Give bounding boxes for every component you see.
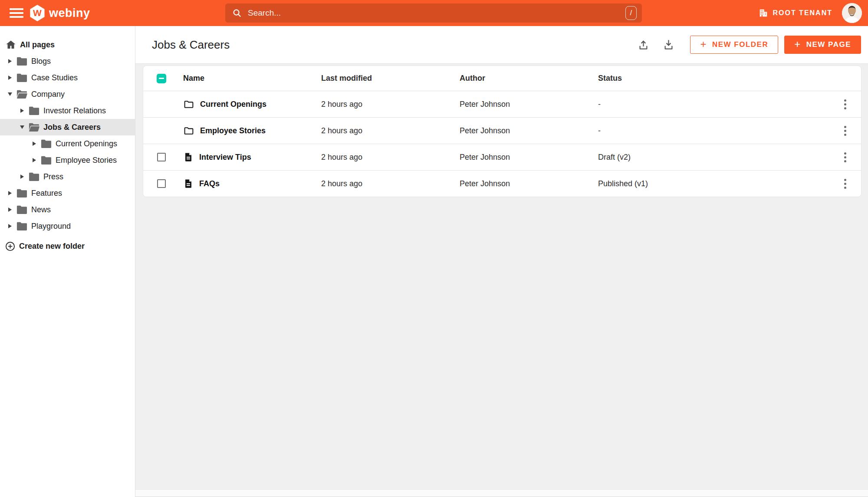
folder-icon xyxy=(16,188,28,198)
sidebar-item-news[interactable]: News xyxy=(0,201,135,218)
row-name: FAQs xyxy=(199,179,220,188)
sidebar-item-playground[interactable]: Playground xyxy=(0,218,135,234)
chevron-right-icon[interactable] xyxy=(7,59,13,63)
content-body: NameLast modifiedAuthorStatus Current Op… xyxy=(135,64,868,489)
table-row-faqs[interactable]: FAQs2 hours agoPeter JohnsonPublished (v… xyxy=(143,170,861,197)
sidebar-item-case-studies[interactable]: Case Studies xyxy=(0,69,135,86)
plus-icon: + xyxy=(794,39,801,49)
import-pages-button[interactable] xyxy=(659,35,678,54)
page-icon xyxy=(183,178,194,189)
row-last-modified: 2 hours ago xyxy=(321,179,460,188)
chevron-right-icon[interactable] xyxy=(7,76,13,80)
chevron-down-icon[interactable] xyxy=(7,92,13,96)
sidebar-item-label: News xyxy=(31,205,51,214)
table-header-row: NameLast modifiedAuthorStatus xyxy=(143,66,861,91)
pages-table: NameLast modifiedAuthorStatus Current Op… xyxy=(143,66,861,197)
page-title: Jobs & Careers xyxy=(152,38,230,52)
folder-icon xyxy=(40,139,52,148)
plus-icon: + xyxy=(700,39,707,49)
webiny-logo[interactable]: W webiny xyxy=(30,5,90,21)
sidebar-item-label: Features xyxy=(31,189,62,198)
create-new-folder-button[interactable]: Create new folder xyxy=(0,238,135,254)
sidebar-item-employee-stories[interactable]: Employee Stories xyxy=(0,152,135,168)
chevron-right-icon[interactable] xyxy=(19,109,25,113)
sidebar-item-investor-relations[interactable]: Investor Relations xyxy=(0,102,135,119)
row-name: Current Openings xyxy=(200,100,266,109)
row-author: Peter Johnson xyxy=(460,179,598,188)
sidebar-item-label: Case Studies xyxy=(31,73,78,82)
chevron-right-icon[interactable] xyxy=(7,207,13,212)
create-new-folder-label: Create new folder xyxy=(19,242,85,251)
user-avatar[interactable] xyxy=(842,3,862,23)
sidebar-item-label: Employee Stories xyxy=(56,156,117,165)
chevron-right-icon[interactable] xyxy=(19,174,25,179)
folder-open-icon xyxy=(28,122,40,132)
row-author: Peter Johnson xyxy=(460,153,598,162)
page-icon xyxy=(183,151,194,163)
chevron-down-icon[interactable] xyxy=(19,125,25,129)
row-checkbox[interactable] xyxy=(157,179,166,188)
sidebar-item-features[interactable]: Features xyxy=(0,185,135,201)
sidebar-item-label: Playground xyxy=(31,222,71,231)
chevron-right-icon[interactable] xyxy=(7,224,13,228)
menu-icon[interactable] xyxy=(10,6,23,20)
column-header-author: Author xyxy=(460,74,598,83)
row-status: Published (v1) xyxy=(598,179,829,188)
table-row-employee-stories[interactable]: Employee Stories2 hours agoPeter Johnson… xyxy=(143,117,861,144)
row-menu-button[interactable] xyxy=(838,148,852,166)
new-folder-button[interactable]: + NEW FOLDER xyxy=(690,36,778,54)
search-bar: / xyxy=(225,3,642,23)
row-name: Employee Stories xyxy=(200,126,266,135)
chevron-right-icon[interactable] xyxy=(31,158,37,162)
sidebar-item-label: Press xyxy=(43,172,63,181)
sidebar-item-jobs-careers[interactable]: Jobs & Careers xyxy=(0,119,135,135)
row-name: Interview Tips xyxy=(199,153,251,162)
table-row-current-openings[interactable]: Current Openings2 hours agoPeter Johnson… xyxy=(143,91,861,117)
table-row-interview-tips[interactable]: Interview Tips2 hours agoPeter JohnsonDr… xyxy=(143,144,861,170)
folder-icon xyxy=(28,172,40,181)
column-header-name: Name xyxy=(180,74,321,83)
row-checkbox[interactable] xyxy=(157,153,166,161)
horizontal-scrollbar-track[interactable] xyxy=(135,489,868,497)
search-input[interactable] xyxy=(248,8,625,18)
row-status: Draft (v2) xyxy=(598,153,829,162)
sidebar-item-blogs[interactable]: Blogs xyxy=(0,53,135,69)
row-menu-button[interactable] xyxy=(838,175,852,192)
content-header: Jobs & Careers + NEW FOLDER + NEW PAGE xyxy=(135,26,868,64)
plus-circle-icon xyxy=(5,241,15,251)
kebab-icon xyxy=(844,152,846,155)
column-header-last-modified: Last modified xyxy=(321,74,460,83)
brand-wordmark: webiny xyxy=(49,7,90,20)
new-page-button[interactable]: + NEW PAGE xyxy=(784,36,861,54)
building-icon xyxy=(759,8,768,18)
chevron-right-icon[interactable] xyxy=(7,191,13,195)
tenant-label: ROOT TENANT xyxy=(773,9,832,17)
chevron-right-icon[interactable] xyxy=(31,142,37,146)
row-last-modified: 2 hours ago xyxy=(321,153,460,162)
row-author: Peter Johnson xyxy=(460,126,598,135)
column-header-status: Status xyxy=(598,74,829,83)
row-menu-button[interactable] xyxy=(838,95,852,113)
kebab-icon xyxy=(844,179,846,181)
search-shortcut-key: / xyxy=(625,6,637,20)
select-all-checkbox[interactable] xyxy=(157,74,166,83)
export-pages-button[interactable] xyxy=(634,35,653,54)
sidebar-item-label: Investor Relations xyxy=(43,106,106,115)
tenant-selector[interactable]: ROOT TENANT xyxy=(759,8,832,18)
sidebar-item-label: Current Openings xyxy=(56,139,117,148)
kebab-icon xyxy=(844,99,846,102)
folder-icon xyxy=(16,221,28,231)
sidebar-item-label: Blogs xyxy=(31,57,51,66)
search-icon xyxy=(232,8,242,18)
sidebar-item-company[interactable]: Company xyxy=(0,86,135,102)
kebab-icon xyxy=(844,126,846,128)
row-menu-button[interactable] xyxy=(838,122,852,139)
sidebar-item-all-pages[interactable]: All pages xyxy=(0,36,135,53)
sidebar-item-press[interactable]: Press xyxy=(0,168,135,185)
row-status: - xyxy=(598,100,829,109)
row-status: - xyxy=(598,126,829,135)
upload-icon xyxy=(638,39,649,51)
sidebar-item-current-openings[interactable]: Current Openings xyxy=(0,135,135,152)
webiny-hexagon-icon: W xyxy=(30,5,45,21)
folder-icon xyxy=(28,106,40,115)
